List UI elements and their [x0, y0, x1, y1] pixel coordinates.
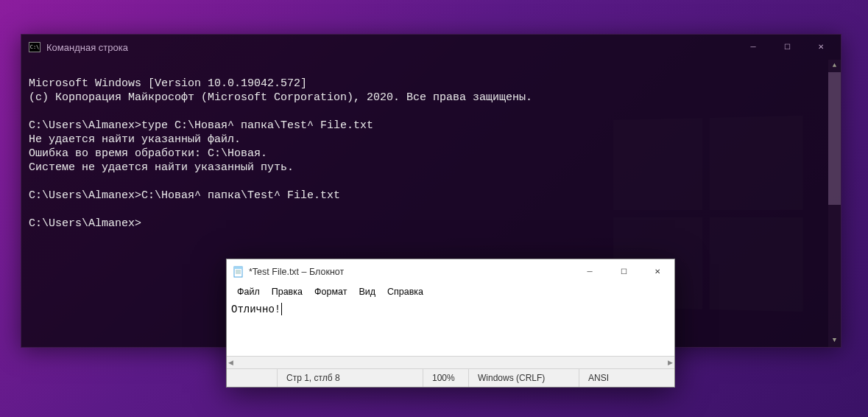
scroll-left-icon[interactable]: ◀ — [228, 359, 233, 366]
notepad-window: *Test File.txt – Блокнот ─ ☐ ✕ Файл Прав… — [226, 259, 675, 388]
close-button[interactable]: ✕ — [804, 35, 838, 60]
notepad-content: Отлично! — [231, 304, 280, 315]
cmd-line: Не удается найти указанный файл. — [29, 133, 241, 146]
notepad-icon — [233, 266, 244, 278]
cmd-line: (c) Корпорация Майкрософт (Microsoft Cor… — [29, 91, 532, 104]
cmd-titlebar[interactable]: C:\ Командная строка ─ ☐ ✕ — [21, 35, 841, 60]
minimize-button[interactable]: ─ — [736, 35, 770, 60]
scroll-down-icon[interactable]: ▼ — [828, 334, 841, 347]
menu-view[interactable]: Вид — [353, 285, 381, 298]
notepad-titlebar[interactable]: *Test File.txt – Блокнот ─ ☐ ✕ — [227, 259, 674, 284]
notepad-title: *Test File.txt – Блокнот — [249, 267, 344, 277]
scroll-right-icon[interactable]: ▶ — [668, 359, 673, 366]
close-button[interactable]: ✕ — [641, 261, 674, 283]
menu-help[interactable]: Справка — [381, 285, 429, 298]
menu-file[interactable]: Файл — [231, 285, 266, 298]
text-caret — [281, 303, 282, 315]
menu-format[interactable]: Формат — [308, 285, 353, 298]
notepad-menubar: Файл Правка Формат Вид Справка — [227, 284, 674, 301]
scroll-up-icon[interactable]: ▲ — [828, 60, 841, 72]
status-encoding: ANSI — [579, 369, 674, 387]
maximize-button[interactable]: ☐ — [607, 261, 641, 283]
status-zoom: 100% — [423, 369, 468, 387]
maximize-button[interactable]: ☐ — [770, 35, 804, 60]
notepad-hscrollbar[interactable]: ◀ ▶ — [227, 356, 674, 368]
cmd-title: Командная строка — [46, 42, 128, 53]
cmd-line: Microsoft Windows [Version 10.0.19042.57… — [29, 77, 307, 90]
cmd-line: C:\Users\Almanex>type C:\Новая^ папка\Te… — [29, 119, 373, 132]
scroll-thumb[interactable] — [828, 72, 841, 205]
cmd-line: C:\Users\Almanex>C:\Новая^ папка\Test^ F… — [29, 189, 340, 202]
status-lead — [227, 369, 277, 387]
cmd-scrollbar[interactable]: ▲ ▼ — [828, 60, 841, 347]
status-line-ending: Windows (CRLF) — [468, 369, 579, 387]
menu-edit[interactable]: Правка — [266, 285, 308, 298]
cmd-icon: C:\ — [29, 42, 40, 52]
cmd-line: C:\Users\Almanex> — [29, 217, 141, 230]
minimize-button[interactable]: ─ — [573, 261, 607, 283]
cmd-line: Системе не удается найти указанный путь. — [29, 161, 294, 174]
status-position: Стр 1, стлб 8 — [277, 369, 423, 387]
notepad-textarea[interactable]: Отлично! — [227, 301, 674, 356]
svg-rect-1 — [234, 267, 242, 269]
notepad-statusbar: Стр 1, стлб 8 100% Windows (CRLF) ANSI — [227, 368, 674, 387]
cmd-line: Ошибка во время обработки: C:\Новая. — [29, 147, 267, 160]
